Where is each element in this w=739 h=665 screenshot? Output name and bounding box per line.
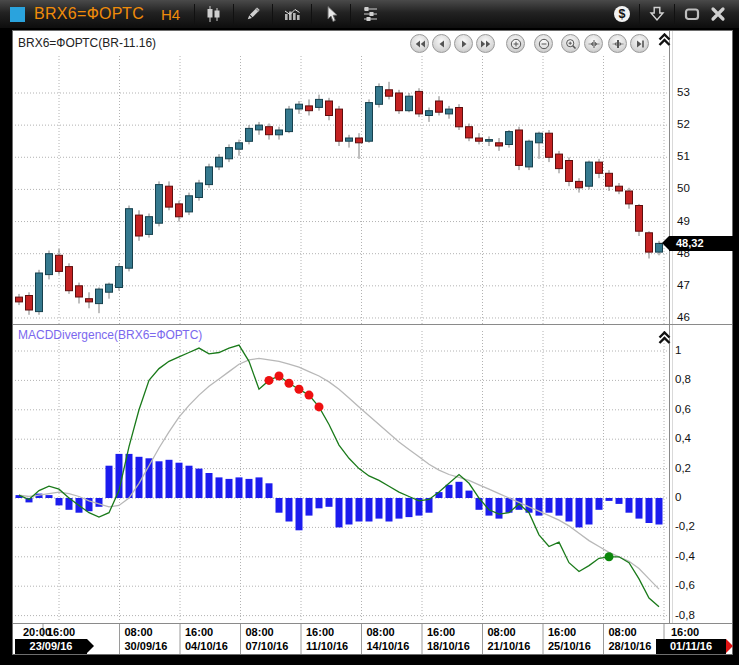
date-axis-label: 18/10/16	[427, 640, 470, 652]
rewind-button[interactable]	[410, 34, 429, 53]
macd-axis-tick: 0,4	[675, 432, 691, 444]
macd-axis-tick: 0,8	[675, 373, 691, 385]
macd-panel-label: MACDDivergence(BRX6=ФОРТС)	[18, 328, 202, 342]
indicator-chart-button[interactable]	[277, 2, 307, 26]
toolbar-separator	[233, 4, 234, 24]
toolbar-separator	[311, 4, 312, 24]
candles	[16, 82, 663, 315]
price-axis-tick: 49	[677, 215, 690, 227]
toolbar-separator	[639, 4, 640, 24]
date-axis-label: 14/10/16	[367, 640, 410, 652]
time-axis-label: 08:00	[488, 626, 516, 638]
toolbar-separator	[674, 4, 675, 24]
dollar-icon: $	[613, 5, 631, 23]
chart-panel-area: BRX6=ФОРТС(BR-11.16) MACDDivergence(BRX6…	[12, 30, 733, 655]
start-date-badge: 23/09/16	[15, 639, 87, 654]
date-axis-label: 28/10/16	[609, 640, 652, 652]
pencil-button[interactable]	[238, 2, 268, 26]
collapse-main-panel-button[interactable]	[657, 33, 672, 47]
price-axis-tick: 50	[677, 182, 690, 194]
go-to-end-icon	[634, 38, 646, 50]
magnifier-zoom-button[interactable]	[561, 34, 580, 53]
candlestick-chart-button[interactable]	[199, 2, 229, 26]
price-axis-tick: 47	[677, 279, 690, 291]
date-axis-label: 21/10/16	[488, 640, 531, 652]
main-chart-label: BRX6=ФОРТС(BR-11.16)	[18, 36, 156, 50]
last-price-badge: 48,32	[669, 236, 733, 251]
close-icon	[709, 5, 727, 23]
fast-forward-icon	[480, 38, 492, 50]
badge-arrow-icon	[87, 639, 94, 653]
date-axis-label: 11/10/16	[306, 640, 348, 652]
cursor-icon	[322, 5, 340, 23]
trading-chart-window: BRX6=ФОРТС H4 $ BRX6=ФОРТС(BR-11.16) MAC…	[0, 0, 739, 665]
date-axis-label: 25/10/16	[548, 640, 591, 652]
signal-line	[19, 358, 659, 589]
chart-canvas[interactable]	[13, 31, 732, 654]
compress-horizontal-button[interactable]	[584, 34, 603, 53]
macd-axis-tick: -0,4	[675, 550, 695, 562]
time-axis-label: 08:00	[125, 626, 153, 638]
close-button[interactable]	[705, 2, 731, 26]
macd-axis-tick: 0,6	[675, 403, 691, 415]
macd-axis-tick: 0	[675, 491, 681, 503]
end-date-badge: 01/11/16	[656, 639, 726, 654]
symbol-color-square	[10, 7, 25, 22]
toolbar-separator	[194, 4, 195, 24]
levels-button[interactable]	[355, 2, 385, 26]
rewind-icon	[414, 38, 426, 50]
date-axis-label: 04/10/16	[185, 640, 228, 652]
step-forward-button[interactable]	[454, 34, 473, 53]
restore-window-button[interactable]	[679, 2, 705, 26]
compress-horizontal-icon	[588, 38, 600, 50]
magnifier-zoom-icon	[565, 38, 577, 50]
price-axis-tick: 52	[677, 118, 690, 130]
compress-vertical-icon	[612, 38, 624, 50]
indicator-chart-icon	[283, 5, 301, 23]
time-axis-label: 16:00	[306, 626, 334, 638]
window-title-symbol: BRX6=ФОРТС	[34, 5, 144, 23]
zoom-in-icon	[510, 38, 522, 50]
toolbar-separator	[350, 4, 351, 24]
svg-text:$: $	[619, 7, 626, 21]
restore-window-icon	[683, 5, 701, 23]
date-axis-label: 30/09/16	[125, 640, 168, 652]
time-axis-label: 08:00	[609, 626, 637, 638]
price-axis-tick: 51	[677, 150, 690, 162]
price-axis-tick: 53	[677, 86, 690, 98]
date-axis-label: 07/10/16	[246, 640, 289, 652]
download-arrow-button[interactable]	[644, 2, 670, 26]
macd-axis-tick: -0,6	[675, 579, 695, 591]
macd-histogram	[16, 454, 663, 530]
time-axis-label: 16:00	[671, 626, 699, 638]
macd-line	[19, 345, 659, 607]
time-axis-label: 16:00	[47, 626, 75, 638]
fast-forward-button[interactable]	[476, 34, 495, 53]
price-axis-tick: 46	[677, 311, 690, 323]
title-bar[interactable]: BRX6=ФОРТС H4 $	[0, 0, 739, 28]
pencil-icon	[244, 5, 262, 23]
zoom-out-button[interactable]	[534, 34, 553, 53]
dollar-button[interactable]: $	[609, 2, 635, 26]
toolbar-separator	[272, 4, 273, 24]
go-to-end-button[interactable]	[630, 34, 649, 53]
levels-icon	[361, 5, 379, 23]
time-axis-label: 16:00	[427, 626, 455, 638]
collapse-macd-panel-button[interactable]	[657, 331, 672, 345]
time-axis-label: 16:00	[185, 626, 213, 638]
zoom-in-button[interactable]	[506, 34, 525, 53]
cursor-button[interactable]	[316, 2, 346, 26]
time-axis-label: 16:00	[548, 626, 576, 638]
candlestick-chart-icon	[205, 5, 223, 23]
compress-vertical-button[interactable]	[608, 34, 627, 53]
timeframe-label: H4	[161, 6, 180, 23]
price-arrow-icon	[662, 236, 669, 250]
step-back-button[interactable]	[432, 34, 451, 53]
step-forward-icon	[458, 38, 470, 50]
zoom-out-icon	[538, 38, 550, 50]
divergence-dots	[265, 372, 614, 562]
download-arrow-icon	[648, 5, 666, 23]
macd-axis-tick: 1	[675, 344, 681, 356]
step-back-icon	[436, 38, 448, 50]
macd-axis-tick: -0,8	[675, 609, 695, 621]
